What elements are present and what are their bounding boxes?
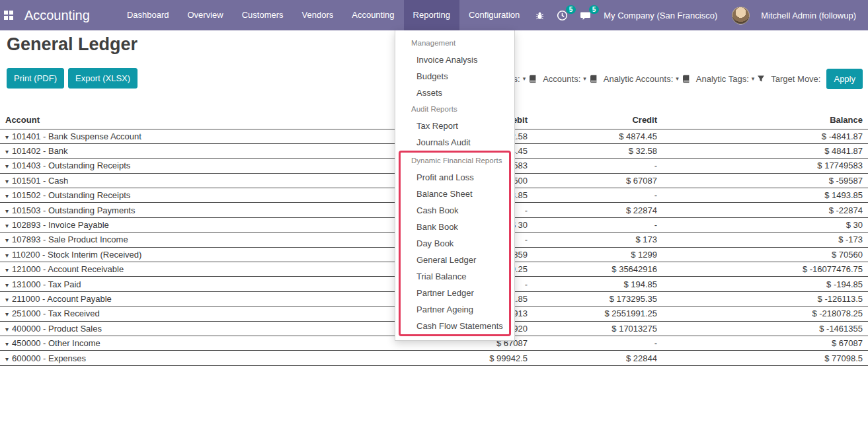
balance-cell: $ -126113.5 xyxy=(662,291,868,306)
account-cell[interactable]: ▾211000 - Account Payable xyxy=(0,291,368,306)
nav-item-reporting[interactable]: Reporting xyxy=(404,0,459,30)
expand-caret-icon: ▾ xyxy=(5,162,9,170)
nav-item-dashboard[interactable]: Dashboard xyxy=(118,0,178,30)
nav-item-customers[interactable]: Customers xyxy=(233,0,293,30)
avatar[interactable] xyxy=(732,7,750,24)
activities-icon[interactable]: 5 xyxy=(551,0,574,30)
col-header-account[interactable]: Account xyxy=(0,111,368,129)
app-brand[interactable]: Accounting xyxy=(18,0,118,30)
credit-cell: - xyxy=(533,188,662,203)
menu-item-trial-balance[interactable]: Trial Balance xyxy=(401,268,509,285)
systray: 5 5 My Company (San Francisco) Mitchell … xyxy=(529,0,868,30)
expand-caret-icon: ▾ xyxy=(5,355,9,363)
balance-cell: $ -16077476.75 xyxy=(662,262,868,277)
balance-cell: $ 77098.5 xyxy=(662,351,868,365)
account-cell[interactable]: ▾110200 - Stock Interim (Received) xyxy=(0,247,368,262)
account-cell[interactable]: ▾107893 - Sale Product Income xyxy=(0,233,368,247)
credit-cell: $ 67087 xyxy=(533,173,662,188)
credit-cell: $ 173295.35 xyxy=(533,291,662,306)
book-icon xyxy=(682,75,690,83)
menu-item-invoice-analysis[interactable]: Invoice Analysis xyxy=(395,52,514,68)
nav-item-configuration[interactable]: Configuration xyxy=(459,0,529,30)
filter-analytic-tags[interactable]: Analytic Tags:▾ xyxy=(696,74,766,84)
debit-cell: $ 99942.5 xyxy=(368,351,533,365)
expand-caret-icon: ▾ xyxy=(5,236,9,244)
account-cell[interactable]: ▾251000 - Tax Received xyxy=(0,306,368,321)
expand-caret-icon: ▾ xyxy=(5,252,9,259)
reporting-dropdown-menu: ManagementInvoice AnalysisBudgetsAssetsA… xyxy=(395,30,515,341)
menu-item-budgets[interactable]: Budgets xyxy=(395,68,514,85)
messages-icon[interactable]: 5 xyxy=(574,0,597,30)
balance-cell: $ 67087 xyxy=(662,336,868,350)
col-header-credit[interactable]: Credit xyxy=(533,111,662,129)
nav-item-vendors[interactable]: Vendors xyxy=(293,0,343,30)
expand-caret-icon: ▾ xyxy=(5,207,9,215)
menu-item-partner-ageing[interactable]: Partner Ageing xyxy=(401,301,509,318)
filter-analytic-accounts[interactable]: Analytic Accounts:▾ xyxy=(604,74,690,84)
menu-item-profit-and-loss[interactable]: Profit and Loss xyxy=(401,169,509,186)
account-cell[interactable]: ▾400000 - Product Sales xyxy=(0,321,368,336)
expand-caret-icon: ▾ xyxy=(5,192,9,199)
expand-caret-icon: ▾ xyxy=(5,148,9,155)
menu-item-journals-audit[interactable]: Journals Audit xyxy=(395,134,514,151)
balance-cell: $ -194.85 xyxy=(662,277,868,291)
credit-cell: - xyxy=(533,159,662,173)
grid-icon xyxy=(4,11,13,20)
account-cell[interactable]: ▾131000 - Tax Paid xyxy=(0,277,368,291)
message-count-badge: 5 xyxy=(589,5,600,14)
apps-menu-icon[interactable] xyxy=(0,0,18,30)
account-cell[interactable]: ▾102893 - Invoice Payable xyxy=(0,217,368,232)
balance-cell: $ -218078.25 xyxy=(662,306,868,321)
account-cell[interactable]: ▾101402 - Bank xyxy=(0,143,368,158)
col-header-balance[interactable]: Balance xyxy=(662,111,868,129)
account-cell[interactable]: ▾101502 - Outstanding Receipts xyxy=(0,188,368,203)
menu-item-partner-ledger[interactable]: Partner Ledger xyxy=(401,285,509,301)
account-cell[interactable]: ▾101401 - Bank Suspense Account xyxy=(0,129,368,143)
credit-cell: $ 17013275 xyxy=(533,321,662,336)
bug-icon[interactable] xyxy=(529,0,551,30)
balance-cell: $ -22874 xyxy=(662,203,868,217)
balance-cell: $ -59587 xyxy=(662,173,868,188)
menu-item-cash-flow-statements[interactable]: Cash Flow Statements xyxy=(401,318,509,334)
credit-cell: - xyxy=(533,336,662,350)
top-navbar: Accounting DashboardOverviewCustomersVen… xyxy=(0,0,868,30)
menu-item-bank-book[interactable]: Bank Book xyxy=(401,219,509,235)
filter-bar: Journals:▾Accounts:▾Analytic Accounts:▾A… xyxy=(485,68,863,89)
expand-caret-icon: ▾ xyxy=(5,326,9,333)
menu-item-general-ledger[interactable]: General Ledger xyxy=(401,252,509,268)
nav-item-accounting[interactable]: Accounting xyxy=(342,0,403,30)
expand-caret-icon: ▾ xyxy=(5,222,9,229)
expand-caret-icon: ▾ xyxy=(5,296,9,303)
menu-item-cash-book[interactable]: Cash Book xyxy=(401,202,509,219)
filter-target-move[interactable]: Target Move: xyxy=(771,74,820,84)
caret-down-icon: ▾ xyxy=(583,75,586,82)
account-cell[interactable]: ▾101503 - Outstanding Payments xyxy=(0,203,368,217)
nav-item-overview[interactable]: Overview xyxy=(178,0,232,30)
credit-cell: $ 194.85 xyxy=(533,277,662,291)
filter-accounts[interactable]: Accounts:▾ xyxy=(543,74,598,84)
credit-cell: $ 22874 xyxy=(533,203,662,217)
print-pdf-button[interactable]: Print (PDF) xyxy=(7,68,64,89)
credit-cell: $ 173 xyxy=(533,233,662,247)
page-title: General Ledger xyxy=(7,34,138,55)
account-cell[interactable]: ▾101501 - Cash xyxy=(0,173,368,188)
account-cell[interactable]: ▾101403 - Outstanding Receipts xyxy=(0,159,368,173)
menu-item-balance-sheet[interactable]: Balance Sheet xyxy=(401,186,509,202)
export-xlsx-button[interactable]: Export (XLSX) xyxy=(68,68,138,89)
balance-cell: $ 4841.87 xyxy=(662,143,868,158)
user-menu[interactable]: Mitchell Admin (followup) xyxy=(754,11,863,20)
company-switcher[interactable]: My Company (San Francisco) xyxy=(597,11,724,20)
account-cell[interactable]: ▾121000 - Account Receivable xyxy=(0,262,368,277)
nav-menu: DashboardOverviewCustomersVendorsAccount… xyxy=(118,0,529,30)
expand-caret-icon: ▾ xyxy=(5,310,9,318)
filter-label: Target Move: xyxy=(771,74,820,84)
menu-item-tax-report[interactable]: Tax Report xyxy=(395,118,514,134)
apply-button[interactable]: Apply xyxy=(826,69,863,89)
caret-down-icon: ▾ xyxy=(523,75,526,82)
menu-item-day-book[interactable]: Day Book xyxy=(401,235,509,252)
menu-item-assets[interactable]: Assets xyxy=(395,85,514,101)
account-cell[interactable]: ▾450000 - Other Income xyxy=(0,336,368,350)
menu-section-audit-reports: Audit Reports xyxy=(395,101,514,118)
balance-cell: $ 17749583 xyxy=(662,159,868,173)
account-cell[interactable]: ▾600000 - Expenses xyxy=(0,351,368,365)
